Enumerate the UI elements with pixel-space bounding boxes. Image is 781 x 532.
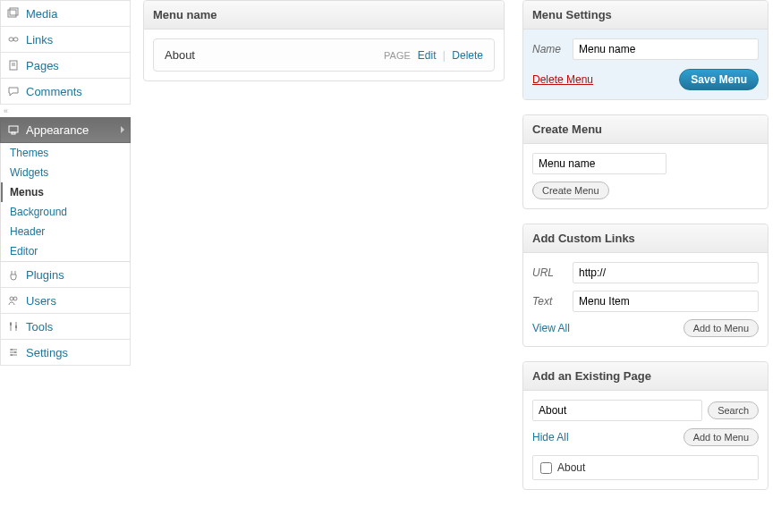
- svg-rect-7: [9, 126, 18, 132]
- panel-title: Create Menu: [523, 115, 768, 144]
- menu-settings-panel: Menu Settings Name Delete Menu Save Menu: [522, 0, 768, 100]
- text-label: Text: [532, 295, 573, 308]
- sidebar-item-plugins[interactable]: Plugins: [0, 262, 131, 288]
- sidebar-item-label: Tools: [26, 320, 53, 334]
- submenu-header[interactable]: Header: [1, 222, 130, 241]
- pages-icon: [6, 58, 21, 72]
- sidebar-item-label: Media: [26, 7, 57, 21]
- panel-title: Add Custom Links: [523, 224, 768, 253]
- sidebar-item-links[interactable]: Links: [0, 27, 131, 53]
- links-icon: [6, 32, 21, 46]
- sidebar-item-label: Appearance: [26, 123, 89, 137]
- delete-menu-link[interactable]: Delete Menu: [532, 73, 593, 86]
- panel-title: Add an Existing Page: [523, 362, 768, 391]
- link-text-input[interactable]: [573, 291, 759, 312]
- add-page-button[interactable]: Add to Menu: [683, 428, 759, 446]
- sidebar-item-pages[interactable]: Pages: [0, 53, 131, 79]
- svg-point-18: [11, 349, 13, 350]
- sidebar-item-label: Users: [26, 294, 56, 308]
- users-icon: [6, 293, 21, 308]
- menu-name-input[interactable]: [573, 38, 759, 60]
- submenu-menus[interactable]: Menus: [1, 182, 130, 202]
- menu-item-row[interactable]: About PAGE Edit | Delete: [153, 38, 495, 72]
- existing-page-panel: Add an Existing Page Search Hide All Add…: [522, 361, 768, 490]
- save-menu-button[interactable]: Save Menu: [679, 69, 759, 90]
- sidebar-item-label: Settings: [26, 346, 68, 359]
- svg-rect-1: [10, 8, 18, 15]
- create-menu-panel: Create Menu Create Menu: [522, 114, 768, 209]
- appearance-submenu: Themes Widgets Menus Background Header E…: [0, 143, 131, 262]
- tools-icon: [6, 319, 21, 334]
- svg-rect-3: [13, 38, 18, 41]
- svg-rect-2: [9, 38, 13, 41]
- collapse-handle[interactable]: «: [0, 105, 131, 117]
- url-label: URL: [532, 266, 573, 279]
- create-menu-button[interactable]: Create Menu: [532, 182, 609, 199]
- sidebar-item-tools[interactable]: Tools: [0, 314, 131, 340]
- submenu-background[interactable]: Background: [1, 202, 130, 222]
- custom-links-panel: Add Custom Links URL Text View All Add t…: [522, 224, 768, 347]
- admin-sidebar: Media Links Pages Comments « Appearance …: [0, 0, 131, 504]
- svg-point-20: [11, 354, 13, 356]
- svg-point-9: [10, 297, 13, 300]
- sidebar-item-label: Comments: [26, 85, 82, 98]
- sidebar-item-label: Plugins: [26, 268, 64, 282]
- svg-point-19: [14, 351, 16, 353]
- panel-title: Menu name: [144, 1, 504, 30]
- page-result-label: About: [557, 461, 585, 474]
- name-label: Name: [532, 43, 573, 55]
- add-custom-button[interactable]: Add to Menu: [683, 319, 759, 337]
- sidebar-item-media[interactable]: Media: [0, 0, 131, 27]
- submenu-themes[interactable]: Themes: [1, 143, 130, 163]
- appearance-icon: [6, 122, 21, 137]
- media-icon: [6, 6, 21, 21]
- search-button[interactable]: Search: [708, 401, 759, 419]
- settings-icon: [6, 345, 21, 359]
- comments-icon: [6, 84, 21, 98]
- svg-rect-8: [12, 132, 15, 134]
- sidebar-item-label: Links: [26, 33, 53, 46]
- create-menu-input[interactable]: [532, 153, 666, 174]
- svg-rect-0: [8, 10, 16, 17]
- menu-item-actions: Edit | Delete: [418, 49, 483, 62]
- hide-all-link[interactable]: Hide All: [532, 431, 569, 443]
- svg-point-10: [13, 297, 17, 300]
- page-result-row: About: [532, 455, 759, 480]
- url-input[interactable]: [573, 262, 759, 283]
- panel-title: Menu Settings: [523, 1, 768, 30]
- menu-item-title: About: [165, 48, 195, 62]
- edit-link[interactable]: Edit: [418, 49, 437, 62]
- page-search-input[interactable]: [532, 400, 702, 421]
- sidebar-item-comments[interactable]: Comments: [0, 79, 131, 105]
- page-checkbox[interactable]: [540, 462, 552, 474]
- sidebar-item-label: Pages: [26, 59, 59, 72]
- menu-item-type: PAGE: [384, 50, 411, 61]
- sidebar-item-appearance[interactable]: Appearance: [0, 117, 131, 143]
- sidebar-item-users[interactable]: Users: [0, 288, 131, 314]
- submenu-editor[interactable]: Editor: [1, 241, 130, 261]
- menu-items-panel: Menu name About PAGE Edit | Delete: [143, 0, 505, 81]
- plugins-icon: [6, 267, 21, 282]
- svg-rect-13: [10, 323, 12, 325]
- submenu-widgets[interactable]: Widgets: [1, 163, 130, 182]
- delete-link[interactable]: Delete: [452, 49, 483, 62]
- svg-rect-14: [15, 325, 17, 328]
- view-all-link[interactable]: View All: [532, 322, 570, 334]
- sidebar-item-settings[interactable]: Settings: [0, 340, 131, 366]
- chevron-right-icon: [121, 126, 124, 133]
